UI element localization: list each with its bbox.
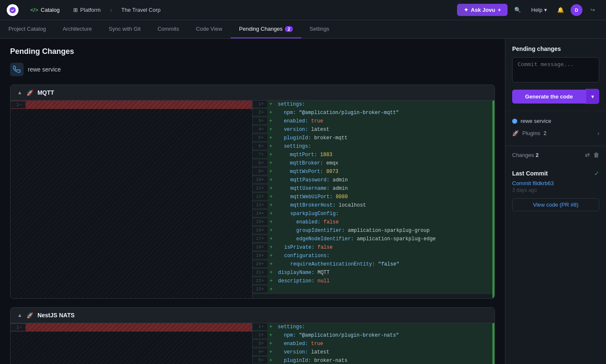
mqtt-collapse-toggle[interactable]: ▲	[17, 90, 22, 96]
mqtt-diff-left: 1−	[11, 101, 252, 298]
diff-line: 11+ + mqttUsername: admin	[252, 185, 494, 193]
diff-line: 5+ + pluginId: broker-mqtt	[252, 134, 494, 143]
diff-line: 1−	[11, 323, 252, 332]
last-commit-title: Last Commit	[512, 170, 548, 177]
service-icon	[10, 63, 24, 76]
plugins-label: Plugins	[522, 130, 540, 136]
changes-sync-button[interactable]: ⇄	[585, 151, 590, 158]
grid-icon: ⊞	[73, 7, 78, 13]
diff-line: 15+ + enabled: false	[252, 218, 494, 227]
sidebar-service-entry: rewe service	[512, 118, 599, 124]
service-header: rewe service	[10, 63, 495, 76]
generate-code-dropdown-button[interactable]: ▾	[586, 89, 599, 104]
sidebar-title: Pending changes	[512, 45, 599, 52]
last-commit-header: Last Commit ✓	[512, 170, 599, 177]
changes-actions: ⇄ 🗑	[585, 151, 599, 158]
tab-settings[interactable]: Settings	[301, 20, 338, 38]
changes-count: 2	[536, 152, 539, 158]
commit-message-input[interactable]	[512, 57, 599, 82]
nats-diff-block: ▲ 🚀 NestJS NATS 1− 1+	[10, 307, 495, 364]
service-dot	[512, 119, 517, 124]
signout-icon: ↪	[590, 7, 595, 13]
diff-line: 17+ + edgeNodeIdentifier: amplication-sp…	[252, 235, 494, 244]
search-button[interactable]: 🔍	[511, 3, 524, 17]
sidebar-changes-footer: Changes 2 ⇄ 🗑	[505, 146, 606, 163]
mqtt-diff-content: 1− 1+ + settings: 2+ +	[11, 101, 494, 298]
diff-line: 3+ + enabled: true	[252, 117, 494, 126]
diff-line: 2+ + npm: "@amplication/plugin-broker-na…	[252, 332, 494, 340]
nats-collapse-toggle[interactable]: ▲	[17, 312, 22, 318]
tab-code-view[interactable]: Code View	[187, 20, 231, 38]
pending-changes-badge: 2	[285, 26, 292, 32]
diff-line: 21+ + displayName: MQTT	[252, 269, 494, 277]
ask-jovu-button[interactable]: ✦ Ask Jovu +	[457, 4, 508, 16]
tab-bar: Project Catalog Architecture Sync with G…	[0, 20, 606, 39]
commit-hash: f8dkrb63	[532, 180, 554, 186]
content-area: Pending Changes rewe service ▲ 🚀 MQTT 1−	[0, 39, 505, 364]
tab-project-catalog[interactable]: Project Catalog	[0, 20, 54, 38]
tab-architecture[interactable]: Architecture	[54, 20, 100, 38]
diff-line: 20+ + requireAuthenticationEntity: "fals…	[252, 260, 494, 269]
help-button[interactable]: Help ▾	[528, 5, 550, 15]
generate-code-button[interactable]: Generate the code	[512, 90, 586, 104]
diff-line: 23+ +	[252, 286, 494, 294]
plugins-count: 2	[544, 130, 547, 136]
nav-platform[interactable]: ⊞ Platform	[68, 4, 106, 16]
diff-line: 19+ + configurations:	[252, 252, 494, 260]
diff-line: 14+ + sparkplugConfig:	[252, 210, 494, 218]
nats-name: NestJS NATS	[37, 312, 74, 319]
diff-line: 13+ + mqttBrokerHost: localhost	[252, 202, 494, 210]
tab-pending-changes-label: Pending Changes	[239, 26, 282, 32]
nav-catalog-label: Catalog	[41, 7, 60, 13]
diff-line: 16+ + groupIdentifier: amplication-spark…	[252, 227, 494, 235]
user-avatar[interactable]: D	[571, 4, 582, 16]
nats-diff-header: ▲ 🚀 NestJS NATS	[11, 308, 494, 323]
help-label: Help	[531, 7, 542, 13]
diff-line: 10+ + mqttPassword: admin	[252, 176, 494, 185]
nats-diff-right: 1+ + settings: 2+ + npm: "@amplication/p…	[252, 323, 494, 364]
notification-button[interactable]: 🔔	[554, 3, 567, 17]
app-logo[interactable]	[7, 4, 19, 16]
nav-catalog[interactable]: </> Catalog	[25, 4, 65, 16]
diff-line: 2+ + npm: "@amplication/plugin-broker-mq…	[252, 109, 494, 117]
service-name-label: rewe service	[28, 66, 61, 73]
diff-line: 22+ + description: null	[252, 277, 494, 286]
generate-btn-container: Generate the code ▾	[512, 89, 599, 104]
nats-diff-content: 1− 1+ + settings: 2+ +	[11, 323, 494, 364]
diff-line: 9+ + mqttWsPort: 8073	[252, 168, 494, 176]
plugin-icon: 🚀	[512, 130, 519, 136]
changes-delete-button[interactable]: 🗑	[593, 151, 599, 158]
top-nav: </> Catalog ⊞ Platform › The Travel Corp…	[0, 0, 606, 20]
diff-line: 3+ + enabled: true	[252, 340, 494, 348]
diff-stripe-area	[11, 332, 252, 364]
view-code-button[interactable]: View code (PR #8)	[512, 198, 599, 211]
ask-jovu-label: Ask Jovu	[471, 7, 495, 13]
main-layout: Pending Changes rewe service ▲ 🚀 MQTT 1−	[0, 39, 606, 364]
plugins-row[interactable]: 🚀 Plugins 2 ›	[512, 128, 599, 139]
diff-line: 7+ + mqttPort: 1883	[252, 151, 494, 159]
sparkle-icon: ✦	[464, 7, 468, 13]
mqtt-plugin-icon: 🚀	[27, 90, 33, 96]
logout-button[interactable]: ↪	[586, 3, 599, 17]
page-title: Pending Changes	[10, 47, 495, 56]
chevron-down-icon: ▾	[591, 93, 594, 100]
tab-sync-with-git[interactable]: Sync with Git	[100, 20, 149, 38]
plus-icon: +	[498, 7, 501, 13]
sidebar-pending-changes-section: Pending changes Generate the code ▾	[505, 39, 606, 111]
tab-project-catalog-label: Project Catalog	[8, 26, 46, 32]
diff-line: 4+ + version: latest	[252, 126, 494, 134]
mqtt-diff-block: ▲ 🚀 MQTT 1− 1+ +	[10, 85, 495, 299]
nav-project[interactable]: The Travel Corp	[116, 4, 165, 16]
nav-separator: ›	[110, 6, 112, 14]
right-sidebar: Pending changes Generate the code ▾ rewe…	[505, 39, 606, 364]
tab-pending-changes[interactable]: Pending Changes 2	[231, 20, 301, 38]
diff-line: 8+ + mqttBroker: emqx	[252, 159, 494, 168]
diff-line: 6+ + settings:	[252, 143, 494, 151]
avatar-initials: D	[575, 8, 578, 13]
mqtt-diff-right: 1+ + settings: 2+ + npm: "@amplication/p…	[252, 101, 494, 298]
commit-id-row: Commit f8dkrb63	[512, 180, 599, 186]
tab-commits[interactable]: Commits	[149, 20, 187, 38]
tab-architecture-label: Architecture	[63, 26, 92, 32]
nav-platform-label: Platform	[80, 7, 101, 13]
nats-plugin-icon: 🚀	[27, 312, 33, 319]
